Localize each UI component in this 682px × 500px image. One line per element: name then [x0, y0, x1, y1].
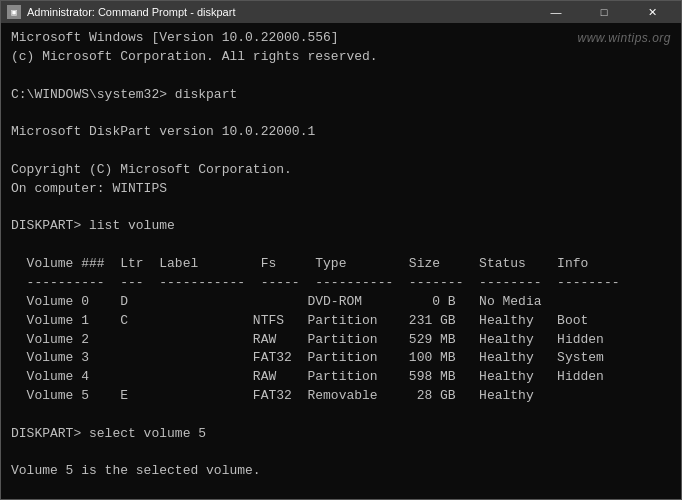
output-line: Microsoft Windows [Version 10.0.22000.55… — [11, 29, 671, 48]
table-header: Volume ### Ltr Label Fs Type Size Status… — [11, 255, 671, 274]
output-line — [11, 481, 671, 499]
titlebar-controls: — □ ✕ — [533, 1, 675, 23]
output-line — [11, 444, 671, 463]
output-line — [11, 67, 671, 86]
window-title: Administrator: Command Prompt - diskpart — [27, 6, 527, 18]
output-line: On computer: WINTIPS — [11, 180, 671, 199]
volume-row-0: Volume 0 D DVD-ROM 0 B No Media — [11, 293, 671, 312]
maximize-button[interactable]: □ — [581, 1, 627, 23]
volume-row-1: Volume 1 C NTFS Partition 231 GB Healthy… — [11, 312, 671, 331]
output-line — [11, 199, 671, 218]
select-volume-cmd: DISKPART> select volume 5 — [11, 425, 671, 444]
command-prompt-window: ▣ Administrator: Command Prompt - diskpa… — [0, 0, 682, 500]
volume-row-2: Volume 2 RAW Partition 529 MB Healthy Hi… — [11, 331, 671, 350]
output-line — [11, 236, 671, 255]
volume-row-5: Volume 5 E FAT32 Removable 28 GB Healthy — [11, 387, 671, 406]
titlebar: ▣ Administrator: Command Prompt - diskpa… — [1, 1, 681, 23]
volume-row-3: Volume 3 FAT32 Partition 100 MB Healthy … — [11, 349, 671, 368]
output-line: (c) Microsoft Corporation. All rights re… — [11, 48, 671, 67]
window-icon: ▣ — [7, 5, 21, 19]
minimize-button[interactable]: — — [533, 1, 579, 23]
select-volume-result: Volume 5 is the selected volume. — [11, 462, 671, 481]
table-separator: ---------- --- ----------- ----- -------… — [11, 274, 671, 293]
volume-row-4: Volume 4 RAW Partition 598 MB Healthy Hi… — [11, 368, 671, 387]
output-line: Copyright (C) Microsoft Corporation. — [11, 161, 671, 180]
output-line — [11, 104, 671, 123]
output-line — [11, 406, 671, 425]
close-button[interactable]: ✕ — [629, 1, 675, 23]
output-line: Microsoft DiskPart version 10.0.22000.1 — [11, 123, 671, 142]
output-line — [11, 142, 671, 161]
diskpart-list-cmd: DISKPART> list volume — [11, 217, 671, 236]
terminal-content[interactable]: www.wintips.org Microsoft Windows [Versi… — [1, 23, 681, 499]
output-line: C:\WINDOWS\system32> diskpart — [11, 86, 671, 105]
